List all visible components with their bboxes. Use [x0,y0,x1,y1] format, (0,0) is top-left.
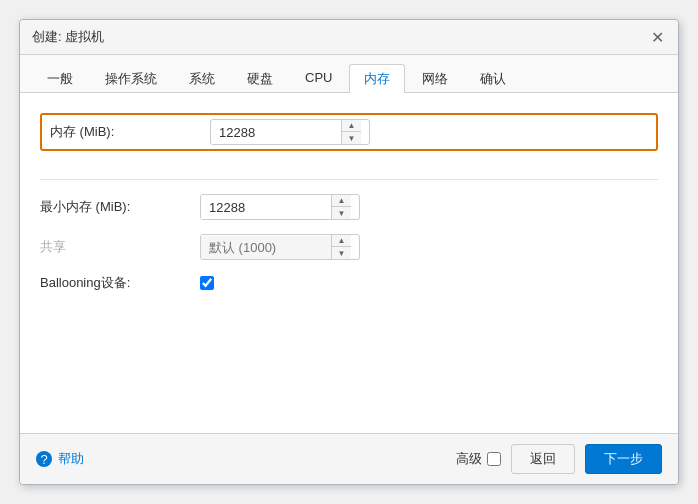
next-button[interactable]: 下一步 [585,444,662,474]
tab-cpu[interactable]: CPU [290,64,347,93]
advanced-label: 高级 [456,450,482,468]
share-input [201,236,331,259]
share-label: 共享 [40,238,200,256]
help-link[interactable]: 帮助 [58,450,84,468]
dialog-window: 创建: 虚拟机 ✕ 一般 操作系统 系统 硬盘 CPU 内存 网络 确认 内存 … [19,19,679,485]
min-memory-row: 最小内存 (MiB): ▲ ▼ [40,194,658,220]
tab-memory[interactable]: 内存 [349,64,405,93]
dialog-body: 内存 (MiB): ▲ ▼ 最小内存 (MiB): ▲ ▼ [20,93,678,433]
tab-system[interactable]: 系统 [174,64,230,93]
back-button[interactable]: 返回 [511,444,575,474]
ballooning-row: Ballooning设备: [40,274,658,292]
footer-right: 高级 返回 下一步 [456,444,662,474]
min-memory-down-arrow[interactable]: ▼ [332,207,351,219]
footer-left: ? 帮助 [36,450,84,468]
divider-1 [40,179,658,180]
memory-up-arrow[interactable]: ▲ [342,120,361,132]
advanced-checkbox[interactable] [487,452,501,466]
close-button[interactable]: ✕ [648,28,666,46]
tab-network[interactable]: 网络 [407,64,463,93]
tab-os[interactable]: 操作系统 [90,64,172,93]
min-memory-up-arrow[interactable]: ▲ [332,195,351,207]
tab-general[interactable]: 一般 [32,64,88,93]
tab-bar: 一般 操作系统 系统 硬盘 CPU 内存 网络 确认 [20,55,678,93]
memory-arrows: ▲ ▼ [341,120,361,144]
share-up-arrow: ▲ [332,235,351,247]
share-spinner: ▲ ▼ [200,234,360,260]
memory-spinner[interactable]: ▲ ▼ [210,119,370,145]
memory-down-arrow[interactable]: ▼ [342,132,361,144]
dialog-title: 创建: 虚拟机 [32,28,104,46]
memory-row: 内存 (MiB): ▲ ▼ [40,113,658,151]
min-memory-arrows: ▲ ▼ [331,195,351,219]
tab-confirm[interactable]: 确认 [465,64,521,93]
min-memory-input[interactable] [201,196,331,219]
dialog-titlebar: 创建: 虚拟机 ✕ [20,20,678,55]
share-down-arrow: ▼ [332,247,351,259]
ballooning-checkbox[interactable] [200,276,214,290]
memory-input[interactable] [211,121,341,144]
dialog-footer: ? 帮助 高级 返回 下一步 [20,433,678,484]
memory-label: 内存 (MiB): [50,123,210,141]
ballooning-checkbox-area [200,276,214,290]
help-icon[interactable]: ? [36,451,52,467]
min-memory-spinner[interactable]: ▲ ▼ [200,194,360,220]
tab-harddisk[interactable]: 硬盘 [232,64,288,93]
min-memory-label: 最小内存 (MiB): [40,198,200,216]
share-arrows: ▲ ▼ [331,235,351,259]
share-row: 共享 ▲ ▼ [40,234,658,260]
advanced-area: 高级 [456,450,501,468]
ballooning-label: Ballooning设备: [40,274,200,292]
